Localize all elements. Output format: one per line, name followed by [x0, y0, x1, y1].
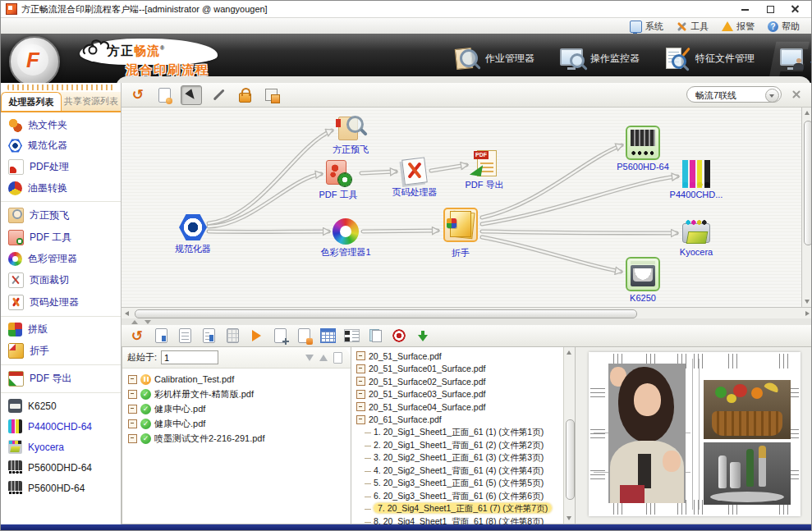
sidebar-item-p5600dhd[interactable]: P5600DHD-64 — [1, 457, 121, 478]
tree-expand-icon[interactable] — [356, 364, 365, 373]
surface-page-row[interactable]: 5. 20_Sig3_Sheet1_正面_61 (5) (文件第5页) — [351, 477, 575, 490]
tab-shared-resources[interactable]: 共享资源列表 — [62, 92, 121, 111]
job-report-button[interactable] — [176, 327, 194, 344]
scrollbar-thumb[interactable] — [566, 419, 575, 500]
surface-file-row[interactable]: 20_51_Surface04_Surface.pdf — [351, 401, 575, 414]
scroll-up-icon[interactable] — [805, 111, 810, 115]
minimize-icon[interactable] — [741, 4, 750, 14]
scrollbar-thumb[interactable] — [135, 309, 637, 318]
scroll-down-icon[interactable] — [805, 300, 810, 304]
tree-expand-icon[interactable] — [128, 434, 137, 443]
panel-splitter[interactable] — [122, 318, 811, 325]
start-at-input[interactable] — [161, 350, 218, 364]
flow-node-normalizer[interactable]: 规范化器 — [160, 213, 226, 255]
save-flow-button[interactable] — [261, 86, 281, 104]
scroll-down-icon[interactable] — [567, 516, 571, 520]
menu-help[interactable]: 帮助 — [761, 19, 806, 34]
flow-selector-dropdown[interactable]: 畅流7联线 — [686, 86, 782, 103]
tree-expand-icon[interactable] — [128, 419, 137, 428]
flow-node-pdf-export[interactable]: PDF PDF 导出 — [452, 149, 517, 191]
start-job-button[interactable] — [247, 327, 265, 344]
sidebar-item-hot-folder[interactable]: 热文件夹 — [1, 115, 121, 135]
sidebar-item-p4400chd[interactable]: P4400CHD-64 — [1, 416, 121, 437]
menu-tools[interactable]: 工具 — [670, 19, 715, 34]
download-button[interactable] — [414, 327, 432, 344]
flow-vertical-scrollbar[interactable] — [801, 108, 812, 307]
sidebar-item-color-manager[interactable]: 色彩管理器 — [1, 249, 121, 269]
nav-profile-manager[interactable]: 特征文件管理 — [664, 47, 755, 70]
sidebar-item-pdf-process[interactable]: PDF处理 — [1, 156, 121, 178]
flow-node-fold-selected[interactable]: 折手 — [428, 208, 493, 259]
new-flow-button[interactable] — [154, 86, 174, 104]
chevron-down-icon[interactable] — [765, 89, 779, 103]
surface-file-row[interactable]: 20_51_Surface.pdf — [351, 350, 575, 363]
scroll-left-icon[interactable] — [125, 311, 129, 316]
job-row[interactable]: 喷墨测试文件2-216-291.pdf — [124, 431, 349, 446]
sidebar-item-pdf-export[interactable]: PDF 导出 — [1, 368, 121, 390]
splitter-down-icon[interactable] — [145, 320, 151, 324]
sidebar-item-ink-convert[interactable]: 油墨转换 — [1, 178, 121, 199]
flow-node-page-number[interactable]: 页码处理器 — [382, 157, 447, 199]
job-template-button[interactable] — [223, 327, 241, 344]
surface-page-row[interactable]: 3. 20_Sig2_Sheet1_正面_61 (3) (文件第3页) — [351, 451, 575, 465]
scroll-up-icon[interactable] — [567, 350, 571, 355]
flow-node-kyocera[interactable]: Kyocera — [663, 219, 729, 257]
brand-logo-button[interactable]: F — [9, 36, 60, 83]
sidebar-item-normalizer[interactable]: 规范化器 — [1, 135, 121, 156]
undo-button[interactable]: ↺ — [128, 86, 148, 104]
preview-page[interactable] — [589, 352, 801, 516]
job-undo-button[interactable]: ↺ — [128, 327, 146, 344]
surface-file-row[interactable]: 20_51_Surface03_Surface.pdf — [351, 388, 575, 401]
menu-system[interactable]: 系统 — [623, 19, 670, 34]
tree-expand-icon[interactable] — [356, 402, 365, 411]
flow-canvas[interactable]: 规范化器 方正预飞 PDF 工具 页码处理器 PDF PDF 导出 — [122, 108, 812, 307]
maximize-icon[interactable] — [765, 4, 775, 14]
surface-file-row[interactable]: 20_51_Surface02_Surface.pdf — [351, 375, 575, 388]
surface-file-row[interactable]: 20_61_Surface.pdf — [351, 414, 575, 427]
scroll-right-icon[interactable] — [805, 311, 810, 316]
move-down-icon[interactable] — [305, 355, 314, 361]
tree-expand-icon[interactable] — [128, 375, 137, 384]
flow-node-preflight[interactable]: 方正预飞 — [318, 114, 383, 156]
tab-processor-list[interactable]: 处理器列表 — [1, 92, 62, 111]
job-detail-button[interactable] — [200, 327, 218, 344]
surface-page-row[interactable]: 4. 20_Sig2_Sheet1_背面_61 (4) (文件第4页) — [351, 465, 575, 478]
connector-tool-button[interactable] — [209, 86, 228, 104]
tree-expand-icon[interactable] — [356, 390, 365, 399]
tree-expand-icon[interactable] — [356, 351, 365, 360]
flow-node-pdf-tool[interactable]: PDF 工具 — [305, 159, 371, 201]
close-icon[interactable] — [790, 4, 800, 14]
tree-expand-icon[interactable] — [128, 390, 137, 399]
close-flow-icon[interactable] — [790, 88, 803, 101]
job-row[interactable]: Calibration_Test.pdf — [124, 372, 349, 387]
job-table-view-button[interactable] — [319, 327, 337, 344]
scrollbar-thumb[interactable] — [804, 121, 812, 245]
stop-job-button[interactable] — [390, 327, 408, 344]
copy-job-button[interactable] — [366, 327, 384, 344]
surface-page-row[interactable]: 2. 20_Sig1_Sheet1_背面_61 (2) (文件第2页) — [351, 439, 575, 452]
sidebar-item-page-crop[interactable]: 页面裁切 — [1, 269, 121, 291]
sidebar-item-preflight[interactable]: 方正预飞 — [1, 204, 121, 227]
splitter-up-icon[interactable] — [131, 320, 138, 324]
sidebar-item-folding[interactable]: 折手 — [1, 340, 121, 362]
surface-page-row-selected[interactable]: 7. 20_Sig4_Sheet1_正面_61 (7) (文件第7页) — [351, 502, 575, 515]
surface-file-row[interactable]: 20_51_Surface01_Surface.pdf — [351, 363, 575, 376]
tree-expand-icon[interactable] — [356, 415, 365, 424]
page-icon[interactable] — [333, 352, 342, 364]
surface-page-row[interactable]: 6. 20_Sig3_Sheet1_背面_61 (6) (文件第6页) — [351, 490, 575, 503]
sidebar-item-k6250[interactable]: K6250 — [1, 396, 121, 416]
flow-node-color-manager[interactable]: 色彩管理器1 — [313, 218, 378, 259]
remove-file-button[interactable] — [295, 327, 313, 344]
surface-page-row[interactable]: 1. 20_Sig1_Sheet1_正面_61 (1) (文件第1页) — [351, 426, 575, 439]
sidebar-item-pdf-tool[interactable]: PDF 工具 — [1, 227, 121, 249]
move-up-icon[interactable] — [319, 355, 328, 361]
job-row[interactable]: 彩机样册文件-精简版.pdf — [124, 387, 349, 401]
sidebar-item-imposition[interactable]: 拼版 — [1, 319, 121, 340]
sidebar-item-p5600hd[interactable]: P5600HD-64 — [1, 478, 121, 498]
select-tool-button[interactable] — [181, 85, 202, 105]
job-row[interactable]: 健康中心.pdf — [124, 401, 349, 416]
nav-operation-monitor[interactable]: 操作监控器 — [559, 47, 640, 70]
job-row[interactable]: 健康中心.pdf — [124, 416, 349, 431]
tree-expand-icon[interactable] — [356, 377, 365, 386]
sidebar-item-kyocera[interactable]: Kyocera — [1, 437, 121, 457]
